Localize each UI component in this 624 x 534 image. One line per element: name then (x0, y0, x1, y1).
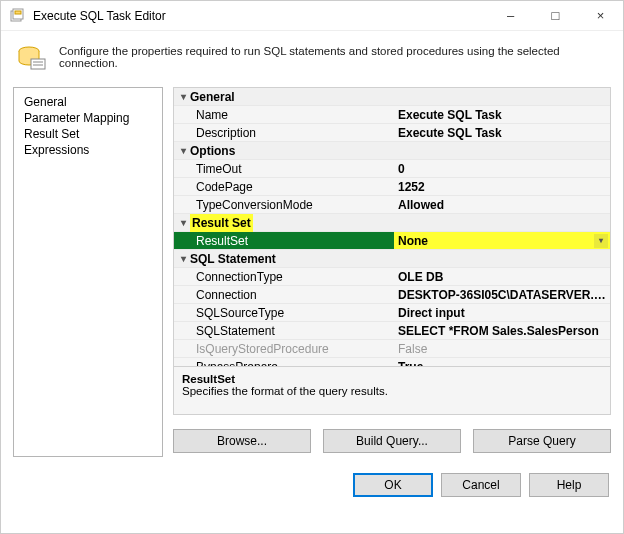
prop-value: Execute SQL Task (394, 106, 610, 123)
help-panel: ResultSet Specifies the format of the qu… (173, 367, 611, 415)
header: Configure the properties required to run… (1, 31, 623, 87)
sidebar: General Parameter Mapping Result Set Exp… (13, 87, 163, 457)
prop-sqlstatement[interactable]: SQLStatement SELECT *FROM Sales.SalesPer… (174, 322, 610, 340)
prop-isquerystoredprocedure: IsQueryStoredProcedure False (174, 340, 610, 358)
chevron-down-icon: ▾ (176, 250, 190, 268)
category-sql-statement[interactable]: ▾ SQL Statement (174, 250, 610, 268)
parse-query-button[interactable]: Parse Query (473, 429, 611, 453)
task-icon (15, 41, 47, 73)
prop-value: True (394, 358, 610, 367)
prop-key: SQLSourceType (174, 304, 394, 321)
prop-value: Allowed (394, 196, 610, 213)
ok-button[interactable]: OK (353, 473, 433, 497)
prop-key: TimeOut (174, 160, 394, 177)
category-label: SQL Statement (190, 250, 276, 268)
prop-bypassprepare[interactable]: BypassPrepare True (174, 358, 610, 367)
prop-timeout[interactable]: TimeOut 0 (174, 160, 610, 178)
prop-key: ConnectionType (174, 268, 394, 285)
prop-description[interactable]: Description Execute SQL Task (174, 124, 610, 142)
help-body: Specifies the format of the query result… (182, 385, 602, 397)
prop-value: DESKTOP-36SI05C\DATASERVER.AdventureW (394, 286, 610, 303)
category-result-set[interactable]: ▾ Result Set (174, 214, 610, 232)
prop-value: Direct input (394, 304, 610, 321)
prop-key: ResultSet (174, 232, 394, 249)
prop-key: Name (174, 106, 394, 123)
category-general[interactable]: ▾ General (174, 88, 610, 106)
prop-resultset[interactable]: ResultSet None ▾ (174, 232, 610, 250)
prop-key: CodePage (174, 178, 394, 195)
prop-name[interactable]: Name Execute SQL Task (174, 106, 610, 124)
app-icon (9, 8, 25, 24)
category-label: Options (190, 142, 235, 160)
prop-value-text: None (398, 234, 428, 248)
prop-key: Description (174, 124, 394, 141)
svg-rect-4 (31, 59, 45, 69)
help-button[interactable]: Help (529, 473, 609, 497)
category-options[interactable]: ▾ Options (174, 142, 610, 160)
window-title: Execute SQL Task Editor (33, 9, 488, 23)
prop-key: BypassPrepare (174, 358, 394, 367)
browse-button[interactable]: Browse... (173, 429, 311, 453)
footer: OK Cancel Help (1, 457, 623, 509)
category-label: Result Set (190, 214, 253, 232)
prop-key: SQLStatement (174, 322, 394, 339)
prop-typeconversionmode[interactable]: TypeConversionMode Allowed (174, 196, 610, 214)
prop-connection[interactable]: Connection DESKTOP-36SI05C\DATASERVER.Ad… (174, 286, 610, 304)
prop-value: OLE DB (394, 268, 610, 285)
prop-value: 0 (394, 160, 610, 177)
prop-sqlsourcetype[interactable]: SQLSourceType Direct input (174, 304, 610, 322)
property-grid: ▾ General Name Execute SQL Task Descript… (173, 87, 611, 367)
prop-value: Execute SQL Task (394, 124, 610, 141)
cancel-button[interactable]: Cancel (441, 473, 521, 497)
svg-rect-2 (15, 11, 21, 14)
chevron-down-icon: ▾ (176, 88, 190, 106)
prop-key: IsQueryStoredProcedure (174, 340, 394, 357)
prop-value: False (394, 340, 610, 357)
dropdown-icon[interactable]: ▾ (594, 234, 608, 248)
close-button[interactable]: × (578, 1, 623, 30)
prop-key: TypeConversionMode (174, 196, 394, 213)
prop-value: 1252 (394, 178, 610, 195)
prop-value: None ▾ (394, 232, 610, 249)
help-title: ResultSet (182, 373, 602, 385)
prop-codepage[interactable]: CodePage 1252 (174, 178, 610, 196)
sidebar-item-general[interactable]: General (14, 94, 162, 110)
chevron-down-icon: ▾ (176, 214, 190, 232)
sidebar-item-expressions[interactable]: Expressions (14, 142, 162, 158)
build-query-button[interactable]: Build Query... (323, 429, 461, 453)
sidebar-item-parameter-mapping[interactable]: Parameter Mapping (14, 110, 162, 126)
sidebar-item-result-set[interactable]: Result Set (14, 126, 162, 142)
prop-key: Connection (174, 286, 394, 303)
category-label: General (190, 88, 235, 106)
header-description: Configure the properties required to run… (59, 45, 609, 69)
chevron-down-icon: ▾ (176, 142, 190, 160)
minimize-button[interactable]: – (488, 1, 533, 30)
maximize-button[interactable]: □ (533, 1, 578, 30)
prop-connectiontype[interactable]: ConnectionType OLE DB (174, 268, 610, 286)
title-bar: Execute SQL Task Editor – □ × (1, 1, 623, 31)
prop-value: SELECT *FROM Sales.SalesPerson (394, 322, 610, 339)
